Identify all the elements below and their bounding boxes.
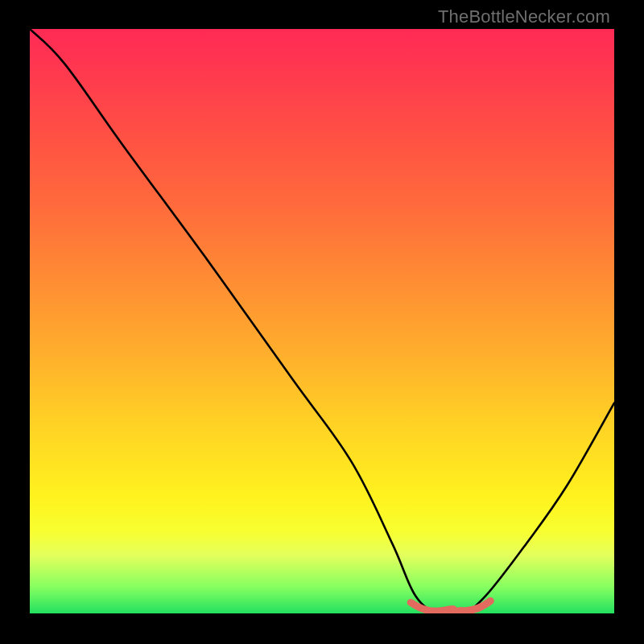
chart-frame: TheBottleNecker.com <box>0 0 644 644</box>
severity-gradient <box>30 29 614 613</box>
watermark-text: TheBottleNecker.com <box>438 6 610 27</box>
plot-area <box>30 29 614 613</box>
